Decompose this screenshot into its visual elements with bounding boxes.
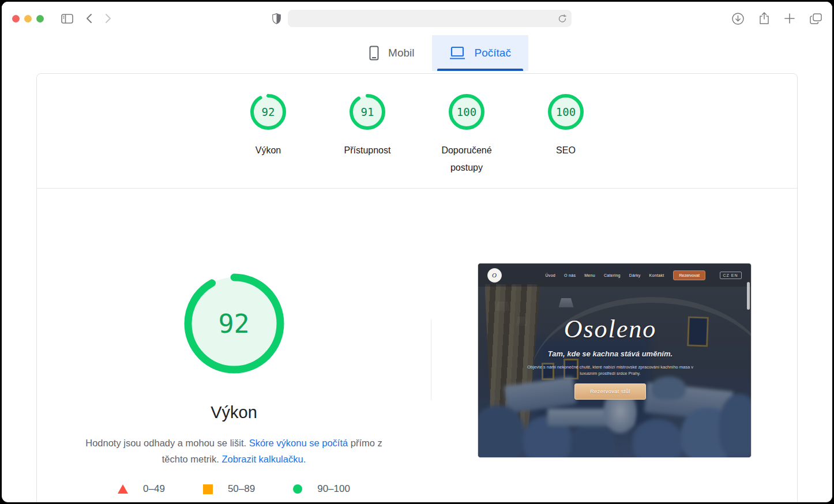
address-bar[interactable]	[288, 10, 572, 27]
score-summary: 92 Výkon 91 Přístupnost	[37, 74, 797, 188]
site-nav-link: Catering	[604, 273, 621, 277]
site-nav-link: Úvod	[546, 273, 556, 277]
device-tabs: Mobil Počítač	[25, 35, 832, 71]
gauge-ring: 92	[250, 93, 287, 130]
site-description: Objevte s námi nekonečné chutě, které na…	[524, 364, 697, 377]
privacy-shield-icon[interactable]	[272, 13, 281, 24]
performance-gauge: 92	[183, 273, 285, 374]
score-legend: 0–49 50–89 90–100	[118, 483, 350, 495]
site-hero: Osoleno Tam, kde se kachna stává uměním.…	[478, 314, 743, 400]
legend-item-good: 90–100	[293, 483, 350, 495]
summary-gauge-best-practices[interactable]: 100 Doporučené postupy	[417, 93, 516, 176]
legend-range: 90–100	[317, 483, 350, 495]
score-label: Výkon	[256, 142, 281, 159]
mobile-phone-icon	[369, 46, 379, 61]
tab-desktop[interactable]: Počítač	[432, 35, 528, 71]
performance-description: Hodnoty jsou odhady a mohou se lišit. Sk…	[77, 435, 391, 467]
legend-item-average: 50–89	[203, 483, 255, 495]
sidebar-icon[interactable]	[61, 14, 73, 24]
reload-icon[interactable]	[558, 14, 566, 23]
thumbnail-scrollbar	[747, 282, 750, 310]
gauge-ring: 91	[349, 93, 386, 130]
legend-item-poor: 0–49	[118, 483, 165, 495]
site-nav-link: Menu	[584, 273, 595, 277]
legend-range: 0–49	[143, 483, 165, 495]
close-window-button[interactable]	[12, 15, 20, 22]
tab-desktop-label: Počítač	[475, 47, 511, 59]
tab-overview-icon[interactable]	[810, 13, 822, 24]
description-text: Hodnoty jsou odhady a mohou se lišit.	[85, 438, 249, 448]
score-value: 100	[547, 93, 584, 130]
score-value: 92	[250, 93, 287, 130]
forward-icon[interactable]	[105, 13, 111, 24]
site-nav-bar: O Úvod O nás Menu Catering Dárky Kontakt…	[478, 264, 751, 287]
green-circle-icon	[293, 484, 302, 494]
minimize-window-button[interactable]	[24, 15, 32, 22]
show-calculator-link[interactable]: Zobrazit kalkulačku.	[221, 454, 306, 464]
site-language-switcher: CZ EN	[720, 272, 742, 279]
back-icon[interactable]	[86, 13, 92, 24]
summary-gauge-seo[interactable]: 100 SEO	[516, 93, 615, 176]
site-brand-title: Osoleno	[478, 314, 743, 344]
browser-toolbar	[2, 2, 832, 35]
site-tagline: Tam, kde se kachna stává uměním.	[478, 349, 743, 358]
desktop-computer-icon	[449, 46, 465, 60]
site-nav-link: Kontakt	[649, 273, 664, 277]
performance-title: Výkon	[211, 403, 257, 422]
red-triangle-icon	[118, 484, 128, 494]
summary-gauge-performance[interactable]: 92 Výkon	[219, 93, 318, 176]
site-cta-button: Rezervovat stůl	[574, 383, 646, 400]
site-nav-link: O nás	[564, 273, 576, 277]
summary-gauge-accessibility[interactable]: 91 Přístupnost	[318, 93, 417, 176]
score-label: Doporučené postupy	[432, 142, 501, 176]
orange-square-icon	[203, 484, 213, 494]
new-tab-icon[interactable]	[784, 13, 795, 24]
tab-mobile[interactable]: Mobil	[352, 35, 431, 71]
browser-window: Mobil Počítač 92 Výkon	[2, 2, 832, 502]
score-value: 91	[349, 93, 386, 130]
score-label: Přístupnost	[344, 142, 391, 159]
gauge-ring: 100	[448, 93, 485, 130]
performance-section: 92 Výkon Hodnoty jsou odhady a mohou se …	[37, 189, 431, 495]
site-nav-link: Dárky	[629, 273, 641, 277]
score-calculation-link[interactable]: Skóre výkonu se počítá	[249, 438, 348, 448]
window-controls	[12, 15, 44, 22]
site-screenshot-thumbnail[interactable]: O Úvod O nás Menu Catering Dárky Kontakt…	[478, 263, 752, 458]
legend-range: 50–89	[228, 483, 255, 495]
score-label: SEO	[556, 142, 576, 159]
score-value: 100	[448, 93, 485, 130]
share-icon[interactable]	[759, 12, 769, 25]
site-logo: O	[487, 268, 502, 283]
report-card: 92 Výkon 91 Přístupnost	[36, 73, 798, 502]
performance-score-value: 92	[183, 273, 285, 374]
gauge-ring: 100	[547, 93, 584, 130]
site-nav-links: Úvod O nás Menu Catering Dárky Kontakt	[546, 273, 664, 277]
tab-mobile-label: Mobil	[388, 47, 414, 59]
site-reserve-button: Rezervovat	[673, 270, 705, 280]
downloads-icon[interactable]	[732, 13, 744, 25]
zoom-window-button[interactable]	[36, 15, 44, 22]
